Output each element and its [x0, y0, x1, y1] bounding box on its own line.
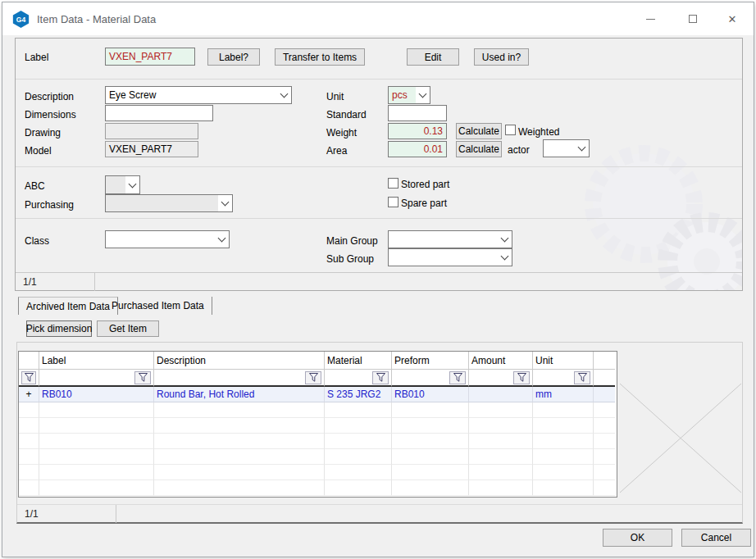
- edit-button[interactable]: Edit: [407, 48, 459, 66]
- purchasing-combo[interactable]: [105, 194, 233, 212]
- column-header-unit[interactable]: Unit: [533, 352, 594, 370]
- window-title: Item Data - Material Data: [37, 13, 156, 25]
- spare-part-checkbox[interactable]: [388, 197, 398, 207]
- record-pager-text: 1/1: [23, 276, 37, 288]
- screen: G4 Item Data - Material Data ✕ Label VXE…: [0, 0, 756, 559]
- sub-group-combo[interactable]: [388, 248, 512, 266]
- chevron-down-icon: [277, 87, 291, 103]
- table-row[interactable]: + RB010 Round Bar, Hot Rolled S 235 JRG2…: [19, 387, 617, 402]
- table-row[interactable]: [19, 418, 617, 434]
- title-bar: G4 Item Data - Material Data ✕: [2, 2, 754, 35]
- weighted-label: Weighted: [518, 126, 559, 138]
- description-label: Description: [25, 91, 74, 102]
- table-row[interactable]: [19, 449, 617, 465]
- grid-pager: 1/1: [17, 504, 742, 523]
- description-combo[interactable]: Eye Screw: [105, 86, 292, 104]
- minimize-icon: [646, 19, 655, 20]
- filter-funnel-icon[interactable]: [305, 371, 321, 384]
- record-pager: 1/1: [16, 272, 742, 291]
- column-header-spacer: [594, 352, 615, 370]
- label-input[interactable]: VXEN_PART7: [105, 48, 195, 66]
- unit-combo[interactable]: pcs: [388, 86, 430, 104]
- column-header-preform[interactable]: Preform: [392, 352, 469, 370]
- dimensions-input[interactable]: [105, 105, 213, 121]
- filter-funnel-icon[interactable]: [574, 371, 590, 384]
- chevron-down-icon: [498, 231, 512, 248]
- filter-funnel-icon[interactable]: [21, 371, 36, 384]
- grid-filter-row: [19, 370, 617, 387]
- used-in-button[interactable]: Used in?: [474, 48, 529, 66]
- minimize-button[interactable]: [636, 7, 664, 30]
- dimensions-label: Dimensions: [25, 109, 76, 120]
- column-header-description[interactable]: Description: [154, 352, 325, 370]
- drawing-input: [105, 123, 198, 139]
- material-data-panel: [15, 38, 743, 291]
- row-expand-icon[interactable]: +: [19, 387, 39, 402]
- cell-description[interactable]: Round Bar, Hot Rolled: [154, 387, 325, 402]
- filter-funnel-icon[interactable]: [449, 371, 466, 384]
- filter-funnel-icon[interactable]: [372, 371, 389, 384]
- close-button[interactable]: ✕: [718, 7, 746, 30]
- get-item-button[interactable]: Get Item: [97, 320, 159, 337]
- grid-header-row: Label Description Material Preform Amoun…: [19, 352, 617, 370]
- table-row[interactable]: [19, 402, 617, 418]
- chevron-down-icon: [218, 195, 232, 211]
- drawing-label: Drawing: [25, 127, 61, 139]
- purchasing-label: Purchasing: [25, 199, 74, 211]
- standard-label: Standard: [326, 109, 367, 120]
- item-data-dialog: G4 Item Data - Material Data ✕ Label VXE…: [2, 2, 754, 557]
- filter-funnel-icon[interactable]: [513, 371, 530, 384]
- standard-input[interactable]: [388, 105, 447, 121]
- cell-material[interactable]: S 235 JRG2: [325, 387, 392, 402]
- label-help-button[interactable]: Label?: [207, 48, 260, 66]
- table-row[interactable]: [19, 480, 617, 496]
- column-header-expand[interactable]: [19, 352, 39, 370]
- weight-input[interactable]: 0.13: [388, 123, 447, 139]
- cell-label[interactable]: RB010: [39, 387, 154, 402]
- filter-cell-amount[interactable]: [469, 370, 533, 387]
- filter-cell-preform[interactable]: [392, 370, 469, 387]
- pick-dimension-button[interactable]: Pick dimension: [26, 320, 92, 337]
- main-group-combo[interactable]: [388, 230, 512, 248]
- column-header-amount[interactable]: Amount: [469, 352, 533, 370]
- filter-cell-material[interactable]: [325, 370, 392, 387]
- abc-combo[interactable]: [105, 175, 140, 194]
- label-field-label: Label: [25, 52, 48, 63]
- transfer-to-items-button[interactable]: Transfer to Items: [275, 48, 365, 66]
- chevron-down-icon: [416, 87, 430, 103]
- filter-funnel-icon[interactable]: [134, 371, 151, 384]
- cell-unit[interactable]: mm: [533, 387, 594, 402]
- weighted-checkbox[interactable]: [505, 125, 516, 135]
- column-header-material[interactable]: Material: [325, 352, 392, 370]
- maximize-button[interactable]: [679, 7, 707, 30]
- cancel-button[interactable]: Cancel: [681, 529, 751, 547]
- class-combo[interactable]: [105, 230, 230, 248]
- filter-cell-description[interactable]: [154, 370, 325, 387]
- calculate-weight-button[interactable]: Calculate: [456, 123, 502, 139]
- model-input: VXEN_PART7: [105, 141, 198, 157]
- filter-cell-unit[interactable]: [533, 370, 594, 387]
- abc-label: ABC: [25, 180, 45, 192]
- column-header-label[interactable]: Label: [39, 352, 154, 370]
- area-label: Area: [326, 145, 347, 157]
- calculate-area-button[interactable]: Calculate: [456, 141, 502, 157]
- ok-button[interactable]: OK: [603, 529, 672, 547]
- filter-cell-label[interactable]: [39, 370, 154, 387]
- tab-archived-item-data[interactable]: Archived Item Data: [18, 297, 118, 315]
- cross-placeholder-icon: [620, 384, 741, 493]
- separator: [16, 79, 742, 80]
- tab-purchased-item-data[interactable]: Purchased Item Data: [104, 297, 212, 315]
- close-icon: ✕: [728, 13, 737, 25]
- table-row[interactable]: [19, 465, 617, 480]
- chevron-down-icon: [498, 249, 512, 266]
- cell-preform[interactable]: RB010: [392, 387, 469, 402]
- chevron-down-icon: [215, 231, 229, 248]
- maximize-icon: [689, 15, 697, 23]
- cell-amount[interactable]: [469, 387, 533, 402]
- area-input[interactable]: 0.01: [388, 141, 447, 157]
- table-row[interactable]: [19, 434, 617, 449]
- factor-combo[interactable]: [543, 139, 590, 157]
- model-label: Model: [25, 145, 52, 157]
- main-group-label: Main Group: [326, 235, 378, 247]
- stored-part-checkbox[interactable]: [388, 178, 398, 189]
